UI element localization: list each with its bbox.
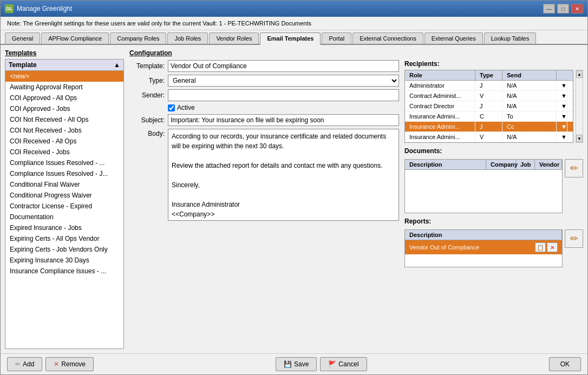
documents-add-button[interactable]: ✏ [565,159,583,177]
list-item[interactable]: Conditional Final Waiver [5,179,123,190]
scroll-down-arrow[interactable]: ▼ [576,135,583,142]
sender-label: Sender: [129,91,165,99]
cancel-button[interactable]: 🚩 Cancel [320,357,367,371]
templates-list-scroll[interactable]: <new> Awaiting Approval Report COI Appro… [5,71,123,348]
list-item[interactable]: Expiring Certs - Job Vendors Only [5,244,123,255]
table-row[interactable]: Insurance Admini... J Cc ▼ [405,122,573,132]
documents-title: Documents: [404,147,583,155]
active-checkbox[interactable] [168,104,175,111]
tab-apflow[interactable]: APFlow Compliance [41,32,109,44]
recipients-table-body[interactable]: Administrator J N/A ▼ Contract Administ.… [405,81,573,142]
footer-center: 💾 Save 🚩 Cancel [276,357,367,371]
body-area: Body: According to our records, your ins… [129,129,399,221]
tab-external-queries[interactable]: External Queries [424,32,483,44]
list-item[interactable]: Expiring Certs - All Ops Vendor [5,233,123,244]
tab-external-connections[interactable]: External Connections [352,32,423,44]
recipients-table-area: Role Type Send Administrator J N/A [404,70,583,143]
list-item[interactable]: Awaiting Approval Report [5,82,123,93]
tab-company-roles[interactable]: Company Roles [110,32,166,44]
config-title: Configuration [129,49,583,57]
report-item-icons: 📋 ✕ [535,242,558,252]
template-input[interactable] [168,60,399,72]
cell-arrow[interactable]: ▼ [557,91,567,101]
table-row[interactable]: Insurance Admini... C To ▼ [405,111,573,122]
reports-add-button[interactable]: ✏ [565,229,583,248]
template-label: Template: [129,62,165,70]
cell-arrow[interactable]: ▼ [557,122,567,131]
cell-role: Insurance Admini... [405,132,475,142]
cell-role: Insurance Admini... [405,111,475,121]
tab-portal[interactable]: Portal [322,32,351,44]
remove-button[interactable]: ✕ Remove [45,357,94,371]
footer-bar: ✏ Add ✕ Remove 💾 Save 🚩 Cancel OK [1,353,587,374]
report-edit-button[interactable]: 📋 [535,242,546,252]
add-button[interactable]: ✏ Add [7,357,42,371]
minimize-button[interactable]: — [543,4,555,14]
tab-lookup-tables[interactable]: Lookup Tables [484,32,537,44]
config-and-side: Template: Type: General Approval Notific… [129,60,583,349]
subject-label: Subject: [129,116,165,124]
app-icon: GL [5,4,14,13]
add-label: Add [23,360,34,368]
recipients-table-header: Role Type Send [405,70,573,81]
list-item[interactable]: COI Received - All Ops [5,136,123,147]
add-icon: ✏ [15,360,21,368]
title-bar: GL Manage Greenlight — □ ✕ [1,1,587,17]
cell-arrow[interactable]: ▼ [557,111,567,121]
maximize-button[interactable]: □ [557,4,569,14]
col-header-send: Send [502,70,557,80]
recipients-section: Recipients: Role Type Send A [404,60,583,143]
sender-input[interactable] [168,89,399,101]
table-row[interactable]: Administrator J N/A ▼ [405,81,573,91]
list-item[interactable]: Expired Insurance - Jobs [5,222,123,233]
save-label: Save [294,360,309,368]
col-header-job: Job [516,160,535,169]
save-button[interactable]: 💾 Save [276,357,317,371]
cell-type: V [475,132,502,142]
side-panels: Recipients: Role Type Send A [404,60,583,349]
recipients-scrollbar: ▲ ▼ [576,70,583,143]
cell-role: Insurance Admini... [405,122,475,131]
tabs-bar: General APFlow Compliance Company Roles … [1,30,587,45]
cell-arrow[interactable]: ▼ [557,101,567,111]
table-row[interactable]: Insurance Admini... V N/A ▼ [405,132,573,142]
report-row[interactable]: Vendor Out of Compliance 📋 ✕ [405,240,562,254]
scroll-up-arrow[interactable]: ▲ [576,70,583,78]
list-item[interactable]: Insurance Compliance Issues - ... [5,266,123,277]
list-item[interactable]: Compliance Issues Resolved - ... [5,157,123,168]
tab-vendor-roles[interactable]: Vendor Roles [209,32,259,44]
list-item[interactable]: Compliance Issues Resolved - J... [5,168,123,179]
documents-table-area: Description Company Job Vendor ✏ [404,159,583,213]
tab-general[interactable]: General [5,32,40,44]
type-label: Type: [129,77,165,84]
body-textarea[interactable]: According to our records, your insurance… [168,129,399,221]
table-row[interactable]: Contract Director J N/A ▼ [405,101,573,111]
tab-email-templates[interactable]: Email Templates [260,32,321,45]
list-item[interactable]: COI Received - Jobs [5,147,123,157]
report-delete-button[interactable]: ✕ [547,242,558,252]
list-scroll-up-icon[interactable]: ▲ [114,61,120,69]
list-item[interactable]: COI Not Received - All Ops [5,114,123,125]
col-header-role: Role [405,70,475,80]
ok-button[interactable]: OK [549,357,581,371]
list-item[interactable]: <new> [5,71,123,82]
cell-arrow[interactable]: ▼ [557,81,567,90]
tab-job-roles[interactable]: Job Roles [167,32,208,44]
cell-send: To [502,111,557,121]
close-button[interactable]: ✕ [571,4,583,14]
list-item[interactable]: Documentation [5,212,123,222]
type-select[interactable]: General Approval Notification [168,75,399,87]
table-row[interactable]: Contract Administ... V N/A ▼ [405,91,573,101]
type-row: Type: General Approval Notification [129,75,399,87]
list-item[interactable]: Expiring Insurance 30 Days [5,255,123,266]
subject-input[interactable] [168,114,399,126]
cell-type: V [475,91,502,101]
reports-table-area: Description Vendor Out of Compliance 📋 [404,229,583,267]
cell-arrow[interactable]: ▼ [557,132,567,142]
cancel-label: Cancel [338,360,358,368]
list-item[interactable]: COI Approved - Jobs [5,103,123,114]
list-item[interactable]: Contractor License - Expired [5,201,123,212]
list-item[interactable]: COI Not Received - Jobs [5,125,123,136]
list-item[interactable]: COI Approved - All Ops [5,93,123,103]
list-item[interactable]: Conditional Progress Waiver [5,190,123,201]
